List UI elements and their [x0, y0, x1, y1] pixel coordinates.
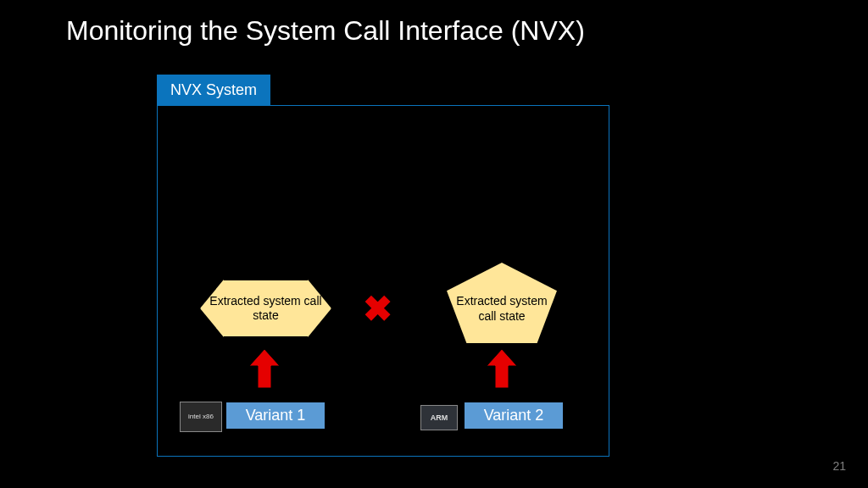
- intel-chip-label: intel x86: [188, 413, 214, 420]
- mismatch-cross-icon: ✖: [363, 288, 392, 330]
- arrow-up-left: [249, 349, 280, 388]
- svg-marker-0: [249, 349, 280, 388]
- slide-title: Monitoring the System Call Interface (NV…: [66, 15, 585, 47]
- variant-1-label: Variant 1: [226, 402, 325, 429]
- arrow-up-right: [487, 349, 517, 388]
- extracted-state-left-hexagon: Extracted system call state: [200, 280, 331, 337]
- page-number: 21: [832, 459, 846, 473]
- arm-chip-label: ARM: [431, 414, 448, 422]
- pentagon-label: Extracted system call state: [447, 294, 557, 324]
- hexagon-label: Extracted system call state: [200, 294, 331, 324]
- svg-marker-1: [487, 349, 517, 388]
- intel-chip-icon: intel x86: [180, 402, 222, 432]
- variant-2-label: Variant 2: [465, 402, 563, 429]
- arm-chip-icon: ARM: [420, 405, 458, 430]
- nvx-system-tab: NVX System: [157, 75, 270, 106]
